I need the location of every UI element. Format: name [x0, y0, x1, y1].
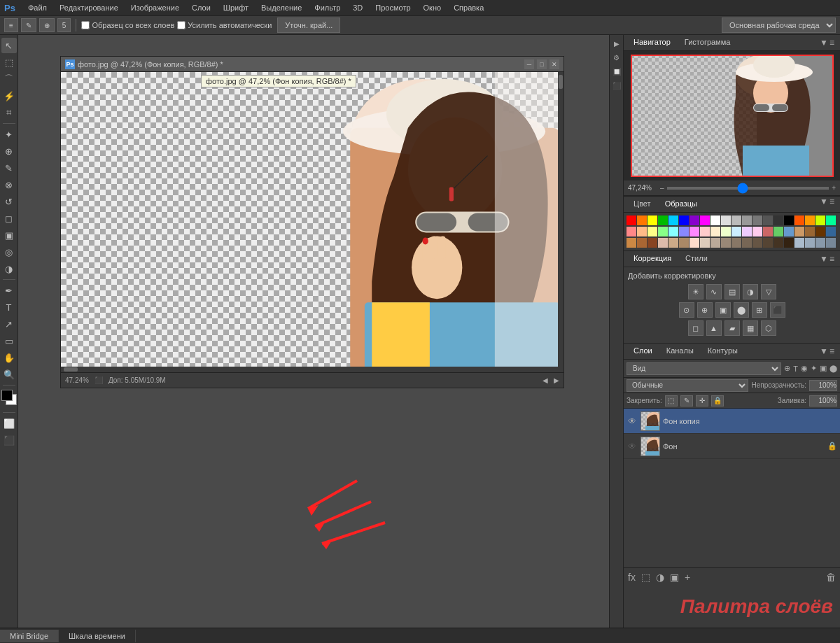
window-close-btn[interactable]: ✕	[550, 59, 559, 69]
zoom-slider[interactable]	[667, 187, 830, 190]
swatch-purple[interactable]	[690, 215, 699, 225]
window-maximize-btn[interactable]: □	[537, 59, 547, 69]
layer-filter-icon2[interactable]: T	[793, 365, 798, 373]
zoom-in-icon[interactable]: +	[832, 184, 836, 192]
navigator-menu-btn[interactable]: ≡	[830, 38, 834, 48]
swatch-lightmagenta[interactable]	[690, 227, 699, 236]
swatch-lightcyan[interactable]	[668, 227, 678, 236]
swatch-gray3[interactable]	[763, 215, 773, 225]
swatch-darkbrown[interactable]	[816, 227, 825, 236]
swatch-sienna[interactable]	[637, 238, 647, 248]
navigator-collapse-btn[interactable]: ▼	[820, 38, 828, 48]
menu-window[interactable]: Окно	[418, 2, 447, 13]
menu-image[interactable]: Изображение	[125, 2, 185, 13]
swatch-dustyrose[interactable]	[763, 227, 773, 236]
scroll-nav-left[interactable]: ◀	[542, 376, 548, 384]
menu-font[interactable]: Шрифт	[218, 2, 254, 13]
swatch-amber[interactable]	[805, 215, 815, 225]
quick-mask-tool[interactable]: ⬜	[1, 416, 17, 431]
swatch-cyan[interactable]	[668, 215, 678, 225]
swatch-green[interactable]	[658, 215, 668, 225]
swatch-tan[interactable]	[794, 227, 804, 236]
move-tool[interactable]: ↖	[1, 38, 17, 53]
swatch-sand[interactable]	[658, 238, 668, 248]
mini-play-btn[interactable]: ▶	[611, 38, 622, 49]
blur-tool[interactable]: ◎	[1, 244, 17, 260]
layers-collapse-btn[interactable]: ▼	[820, 346, 828, 356]
swatch-gray2[interactable]	[752, 215, 762, 225]
swatch-cream[interactable]	[710, 227, 720, 236]
marquee-tool[interactable]: ⬚	[1, 55, 17, 70]
swatch-orange[interactable]	[637, 215, 647, 225]
blend-mode-select[interactable]: Обычные	[626, 379, 748, 392]
corr-posterize[interactable]: ◻	[688, 320, 704, 336]
delete-layer-btn[interactable]: 🗑	[826, 572, 836, 583]
v-scroll-thumb[interactable]	[559, 75, 563, 89]
add-adjustment-btn[interactable]: ◑	[656, 572, 664, 583]
shape-tool[interactable]: ▭	[1, 333, 17, 348]
swatch-mocha[interactable]	[742, 238, 752, 248]
swatch-periwinkle[interactable]	[679, 227, 689, 236]
lock-pixels-btn[interactable]: ⬚	[665, 395, 678, 407]
add-layer-btn[interactable]: +	[685, 572, 690, 583]
enhance-checkbox[interactable]	[177, 21, 186, 29]
swatch-mink[interactable]	[721, 238, 731, 248]
layer-item-fon-kopiya[interactable]: 👁	[624, 409, 840, 434]
tab-color[interactable]: Цвет	[626, 197, 658, 212]
swatch-ebony[interactable]	[784, 238, 794, 248]
brush-size-btn[interactable]: 5	[57, 18, 71, 32]
tab-mini-bridge[interactable]: Mini Bridge	[0, 630, 59, 642]
tab-timeline[interactable]: Шкала времени	[59, 630, 136, 642]
swatch-lavendar[interactable]	[742, 227, 752, 236]
screen-mode-tool[interactable]: ⬛	[1, 432, 17, 448]
add-mask-btn[interactable]: ⬚	[641, 572, 650, 583]
tab-channels[interactable]: Каналы	[659, 344, 701, 359]
eraser-tool[interactable]: ◻	[1, 211, 17, 226]
swatch-magenta[interactable]	[700, 215, 710, 225]
tab-paths[interactable]: Контуры	[701, 344, 745, 359]
swatch-rose[interactable]	[752, 227, 762, 236]
color-picker[interactable]	[1, 390, 17, 408]
swatch-peach[interactable]	[637, 227, 647, 236]
gradient-tool[interactable]: ▣	[1, 227, 17, 243]
swatch-steel2[interactable]	[805, 238, 815, 248]
h-scroll-thumb[interactable]	[64, 367, 78, 372]
corr-blackwhite[interactable]: ▣	[715, 302, 731, 318]
menu-file[interactable]: Файл	[22, 2, 52, 13]
lock-move-btn[interactable]: ✛	[696, 395, 708, 407]
brush-preset-btn[interactable]: ✎	[21, 18, 36, 32]
mini-icon-2[interactable]: 🔲	[611, 66, 622, 77]
layer-filter-icon4[interactable]: ✦	[811, 364, 817, 373]
tab-layers[interactable]: Слои	[626, 344, 659, 359]
corr-curves[interactable]: ∿	[706, 284, 722, 299]
layer-item-fon[interactable]: 👁 Фон 🔒	[624, 434, 840, 459]
swatch-latte[interactable]	[700, 238, 710, 248]
h-scrollbar[interactable]	[61, 367, 564, 372]
swatch-black[interactable]	[784, 215, 794, 225]
eyedropper-tool[interactable]: ✦	[1, 127, 17, 142]
swatch-wheat[interactable]	[668, 238, 678, 248]
tab-histogram[interactable]: Гистограмма	[678, 35, 738, 50]
swatch-copper[interactable]	[626, 238, 636, 248]
brush-tool[interactable]: ✎	[1, 160, 17, 176]
layers-menu-btn[interactable]: ≡	[830, 346, 834, 356]
add-fx-btn[interactable]: fx	[628, 572, 636, 583]
brush-mode-btn[interactable]: ⊕	[39, 18, 55, 32]
menu-edit[interactable]: Редактирование	[54, 2, 124, 13]
swatch-bark[interactable]	[763, 238, 773, 248]
swatch-navy2[interactable]	[826, 238, 836, 248]
text-tool[interactable]: T	[1, 299, 17, 315]
tool-preset-btn[interactable]: ≡	[4, 18, 18, 32]
swatch-cornflower[interactable]	[784, 227, 794, 236]
refine-edge-btn[interactable]: Уточн. край...	[277, 17, 340, 33]
tab-correction[interactable]: Коррекция	[626, 251, 678, 267]
history-brush-tool[interactable]: ↺	[1, 194, 17, 209]
swatch-steel[interactable]	[826, 227, 836, 236]
swatch-espresso[interactable]	[752, 238, 762, 248]
swatch-pink[interactable]	[626, 227, 636, 236]
corr-triangle[interactable]: ▽	[761, 284, 776, 299]
corr-photofilter[interactable]: ⬤	[734, 302, 749, 318]
swatch-gray1[interactable]	[742, 215, 752, 225]
corr-colorlookup[interactable]: ⊞	[752, 302, 767, 318]
workspace-select[interactable]: Основная рабочая среда	[722, 17, 836, 33]
